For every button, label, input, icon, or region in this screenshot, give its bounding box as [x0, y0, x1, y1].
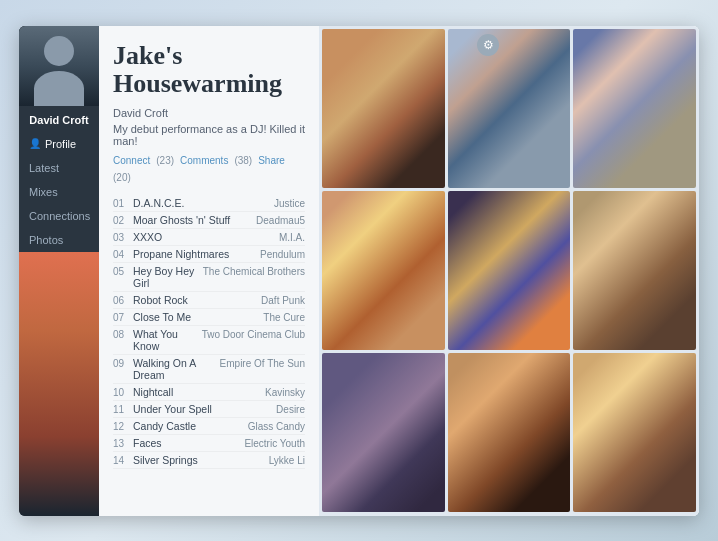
photo-cell[interactable]: [322, 191, 445, 350]
track-name: D.A.N.C.E.: [133, 197, 274, 209]
track-name: Close To Me: [133, 311, 263, 323]
track-name: Candy Castle: [133, 420, 248, 432]
track-artist: Daft Punk: [261, 295, 305, 306]
sidebar-user-name: David Croft: [25, 106, 92, 132]
track-list: 01 D.A.N.C.E. Justice 02 Moar Ghosts 'n'…: [113, 195, 305, 469]
mix-panel: Jake's Housewarming David Croft My debut…: [99, 26, 319, 516]
sidebar-photos-label: Photos: [29, 234, 63, 246]
gear-icon: ⚙: [483, 38, 494, 52]
track-artist: The Cure: [263, 312, 305, 323]
photo-cell[interactable]: [322, 353, 445, 512]
photo-cell[interactable]: [573, 191, 696, 350]
photo-cell[interactable]: [573, 353, 696, 512]
track-number: 06: [113, 295, 133, 306]
photo-cell[interactable]: [448, 191, 571, 350]
comments-count: (38): [234, 155, 252, 166]
mix-description: My debut performance as a DJ! Killed it …: [113, 123, 305, 147]
track-number: 05: [113, 266, 133, 277]
track-name: Hey Boy Hey Girl: [133, 265, 203, 289]
photo-cell[interactable]: [448, 353, 571, 512]
profile-icon: 👤: [29, 138, 41, 149]
sidebar-latest-label: Latest: [29, 162, 59, 174]
track-name: What You Know: [133, 328, 202, 352]
sidebar-item-mixes[interactable]: Mixes: [19, 180, 99, 204]
track-row[interactable]: 07 Close To Me The Cure: [113, 309, 305, 326]
avatar-image: [19, 26, 99, 106]
track-row[interactable]: 12 Candy Castle Glass Candy: [113, 418, 305, 435]
track-row[interactable]: 13 Faces Electric Youth: [113, 435, 305, 452]
track-artist: Deadmau5: [256, 215, 305, 226]
sidebar-item-latest[interactable]: Latest: [19, 156, 99, 180]
track-row[interactable]: 09 Walking On A Dream Empire Of The Sun: [113, 355, 305, 384]
track-number: 03: [113, 232, 133, 243]
avatar: [19, 26, 99, 106]
share-count: (20): [113, 172, 131, 183]
photo-cell[interactable]: [573, 29, 696, 188]
action-links: Connect (23) Comments (38) Share (20): [113, 155, 305, 183]
track-artist: Lykke Li: [269, 455, 305, 466]
sidebar-item-photos[interactable]: Photos: [19, 228, 99, 252]
track-row[interactable]: 02 Moar Ghosts 'n' Stuff Deadmau5: [113, 212, 305, 229]
sidebar-item-profile[interactable]: 👤 Profile: [19, 132, 99, 156]
sidebar-mixes-label: Mixes: [29, 186, 58, 198]
track-artist: The Chemical Brothers: [203, 266, 305, 277]
track-name: Propane Nightmares: [133, 248, 260, 260]
track-number: 13: [113, 438, 133, 449]
content-body: Jake's Housewarming David Croft My debut…: [99, 26, 699, 516]
photo-grid: [319, 26, 699, 516]
app-window: David Croft 👤 Profile Latest Mixes Conne…: [19, 26, 699, 516]
track-number: 01: [113, 198, 133, 209]
photo-cell[interactable]: [322, 29, 445, 188]
track-number: 07: [113, 312, 133, 323]
track-artist: Glass Candy: [248, 421, 305, 432]
track-name: Robot Rock: [133, 294, 261, 306]
track-number: 12: [113, 421, 133, 432]
photo-cell[interactable]: [448, 29, 571, 188]
track-row[interactable]: 10 Nightcall Kavinsky: [113, 384, 305, 401]
track-number: 11: [113, 404, 133, 415]
track-name: XXXO: [133, 231, 279, 243]
track-number: 09: [113, 358, 133, 369]
track-row[interactable]: 01 D.A.N.C.E. Justice: [113, 195, 305, 212]
sidebar-profile-label: Profile: [45, 138, 76, 150]
mix-author: David Croft: [113, 107, 305, 119]
track-row[interactable]: 14 Silver Springs Lykke Li: [113, 452, 305, 469]
track-number: 10: [113, 387, 133, 398]
track-artist: Justice: [274, 198, 305, 209]
track-name: Moar Ghosts 'n' Stuff: [133, 214, 256, 226]
sidebar-item-connections[interactable]: Connections: [19, 204, 99, 228]
track-name: Under Your Spell: [133, 403, 276, 415]
mix-title: Jake's Housewarming: [113, 42, 305, 99]
connect-link[interactable]: Connect: [113, 155, 150, 166]
connect-count: (23): [156, 155, 174, 166]
track-number: 02: [113, 215, 133, 226]
track-name: Faces: [133, 437, 244, 449]
track-artist: Pendulum: [260, 249, 305, 260]
track-number: 04: [113, 249, 133, 260]
track-artist: Empire Of The Sun: [220, 358, 305, 369]
track-row[interactable]: 11 Under Your Spell Desire: [113, 401, 305, 418]
comments-link[interactable]: Comments: [180, 155, 228, 166]
track-row[interactable]: 03 XXXO M.I.A.: [113, 229, 305, 246]
sidebar-nav: 👤 Profile Latest Mixes Connections Photo…: [19, 132, 99, 252]
track-number: 14: [113, 455, 133, 466]
settings-button[interactable]: ⚙: [477, 34, 499, 56]
share-link[interactable]: Share: [258, 155, 285, 166]
sidebar: David Croft 👤 Profile Latest Mixes Conne…: [19, 26, 99, 516]
track-row[interactable]: 08 What You Know Two Door Cinema Club: [113, 326, 305, 355]
main-content: ⚙ Jake's Housewarming David Croft My deb…: [99, 26, 699, 516]
track-row[interactable]: 05 Hey Boy Hey Girl The Chemical Brother…: [113, 263, 305, 292]
track-row[interactable]: 06 Robot Rock Daft Punk: [113, 292, 305, 309]
sidebar-photo-preview: [19, 252, 99, 516]
track-name: Nightcall: [133, 386, 265, 398]
track-artist: M.I.A.: [279, 232, 305, 243]
track-artist: Desire: [276, 404, 305, 415]
track-name: Silver Springs: [133, 454, 269, 466]
track-artist: Kavinsky: [265, 387, 305, 398]
track-number: 08: [113, 329, 133, 340]
track-artist: Electric Youth: [244, 438, 305, 449]
track-name: Walking On A Dream: [133, 357, 220, 381]
track-artist: Two Door Cinema Club: [202, 329, 305, 340]
sidebar-connections-label: Connections: [29, 210, 90, 222]
track-row[interactable]: 04 Propane Nightmares Pendulum: [113, 246, 305, 263]
